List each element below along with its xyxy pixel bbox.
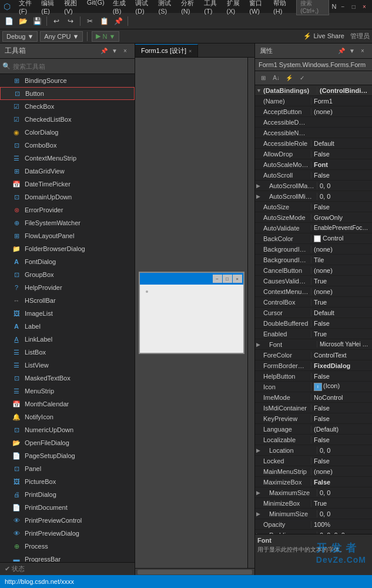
- form-maximize-button[interactable]: □: [223, 275, 232, 283]
- prop-row-backgroundimage[interactable]: BackgroundImage (none): [255, 244, 372, 255]
- tab-close-icon[interactable]: ×: [189, 48, 192, 54]
- toolbox-dropdown-button[interactable]: ▼: [110, 46, 119, 56]
- toolbox-item-fontdialog[interactable]: A FontDialog: [0, 255, 135, 268]
- toolbox-item-helpprovider[interactable]: ? HelpProvider: [0, 281, 135, 294]
- prop-group-databindings[interactable]: ▼ (DataBindings) (ControlBindings): [255, 85, 372, 96]
- prop-row-name[interactable]: (Name) Form1: [255, 96, 372, 106]
- properties-close-button[interactable]: ×: [358, 46, 367, 56]
- debug-config-dropdown[interactable]: Debug ▼: [2, 31, 38, 42]
- prop-row-autovalidate[interactable]: AutoValidate EnablePreventFocusCh: [255, 223, 372, 233]
- prop-row-autoscalemode[interactable]: AutoScaleMode Font: [255, 159, 372, 170]
- toolbox-item-checkbox[interactable]: ☑ CheckBox: [0, 100, 135, 113]
- toolbox-item-bindingsource[interactable]: ⊞ BindingSource: [0, 74, 135, 87]
- prop-row-accessiblename[interactable]: AccessibleName: [255, 128, 372, 138]
- new-file-button[interactable]: 📄: [2, 15, 15, 28]
- prop-row-cursor[interactable]: Cursor Default: [255, 308, 372, 318]
- maximize-button[interactable]: □: [350, 1, 358, 12]
- prop-row-cancelbutton[interactable]: CancelButton (none): [255, 265, 372, 276]
- toolbox-item-checkedlistbox[interactable]: ☑ CheckedListBox: [0, 113, 135, 126]
- undo-button[interactable]: ↩: [50, 15, 63, 28]
- menu-file[interactable]: 文件(F): [15, 0, 36, 16]
- prop-row-allowdrop[interactable]: AllowDrop False: [255, 149, 372, 159]
- vertical-scrollbar[interactable]: [247, 58, 254, 568]
- prop-events-button[interactable]: ✓: [296, 73, 308, 83]
- prop-properties-button[interactable]: ⚡: [283, 73, 295, 83]
- prop-row-autoscrollmargin[interactable]: ▶ AutoScrollMargin 0, 0: [255, 181, 372, 191]
- prop-row-autosizemode[interactable]: AutoSizeMode GrowOnly: [255, 212, 372, 223]
- live-share-button[interactable]: ⚡ Live Share: [300, 32, 348, 40]
- platform-dropdown[interactable]: Any CPU ▼: [40, 31, 83, 42]
- toolbox-item-errorprovider[interactable]: ⊗ ErrorProvider: [0, 203, 135, 216]
- toolbox-search-input[interactable]: [13, 63, 132, 70]
- menu-test[interactable]: 测试(S): [155, 0, 176, 16]
- paste-button[interactable]: 📌: [112, 15, 125, 28]
- menu-tools[interactable]: 工具(T): [200, 0, 222, 16]
- toolbox-item-imagelist[interactable]: 🖼 ImageList: [0, 307, 135, 320]
- toolbox-item-notifyicon[interactable]: 🔔 NotifyIcon: [0, 410, 135, 423]
- properties-dropdown-button[interactable]: ▼: [347, 46, 357, 56]
- prop-row-helpbutton[interactable]: HelpButton False: [255, 371, 372, 382]
- play-button[interactable]: ▶ N ▼: [92, 31, 119, 42]
- prop-row-minimizebox[interactable]: MinimizeBox True: [255, 498, 372, 509]
- prop-row-backcolor[interactable]: BackColor Control: [255, 233, 372, 244]
- toolbox-item-combobox[interactable]: ⊡ ComboBox: [0, 139, 135, 152]
- minimize-button[interactable]: −: [339, 1, 347, 12]
- toolbox-item-folderbrowserdialog[interactable]: 📁 FolderBrowserDialog: [0, 242, 135, 255]
- prop-row-forecolor[interactable]: ForeColor ControlText: [255, 350, 372, 360]
- menu-git[interactable]: Git(G): [83, 0, 108, 16]
- prop-row-autosize[interactable]: AutoSize False: [255, 202, 372, 212]
- toolbox-close-button[interactable]: ×: [120, 46, 130, 56]
- prop-row-language[interactable]: Language (Default): [255, 424, 372, 435]
- toolbox-item-printdocument[interactable]: 📄 PrintDocument: [0, 501, 135, 514]
- prop-alphabetical-button[interactable]: A↓: [270, 73, 282, 83]
- toolbox-item-process[interactable]: ⊕ Process: [0, 540, 135, 553]
- prop-row-localizable[interactable]: Localizable False: [255, 435, 372, 445]
- menu-view[interactable]: 视图(V): [61, 0, 82, 16]
- menu-extensions[interactable]: 扩展(X): [223, 0, 245, 16]
- prop-row-acceptbutton[interactable]: AcceptButton (none): [255, 106, 372, 117]
- prop-row-padding[interactable]: ▶ Padding 0, 0, 0, 0: [255, 530, 372, 534]
- toolbox-item-menustrip[interactable]: ☰ MenuStrip: [0, 385, 135, 397]
- search-box[interactable]: 搜索 (Ctrl+,): [296, 0, 329, 15]
- properties-pin-button[interactable]: 📌: [337, 46, 346, 56]
- toolbox-item-printdialog[interactable]: 🖨 PrintDialog: [0, 488, 135, 501]
- prop-row-maximizebox[interactable]: MaximizeBox False: [255, 477, 372, 487]
- prop-row-doublebuffered[interactable]: DoubleBuffered False: [255, 318, 372, 329]
- prop-row-font[interactable]: ▶ Font Microsoft YaHei UI, 9p: [255, 339, 372, 350]
- prop-row-contextmenustrip[interactable]: ContextMenuStrip (none): [255, 286, 372, 297]
- toolbox-item-contextmenustrip[interactable]: ☰ ContextMenuStrip: [0, 152, 135, 165]
- toolbox-item-hscrollbar[interactable]: ↔ HScrollBar: [0, 294, 135, 307]
- prop-row-backgroundimagelayout[interactable]: BackgroundImage Tile: [255, 255, 372, 265]
- toolbox-item-label[interactable]: A Label: [0, 320, 135, 333]
- cut-button[interactable]: ✂: [83, 15, 96, 28]
- toolbox-item-numericupdown[interactable]: ⊡ NumericUpDown: [0, 423, 135, 436]
- prop-row-imemode[interactable]: ImeMode NoControl: [255, 392, 372, 403]
- toolbox-item-pagesetupdialog[interactable]: 📄 PageSetupDialog: [0, 449, 135, 462]
- menu-window[interactable]: 窗口(W): [246, 0, 269, 16]
- prop-row-locked[interactable]: Locked False: [255, 456, 372, 466]
- toolbox-item-linklabel[interactable]: A LinkLabel: [0, 333, 135, 346]
- toolbox-item-button[interactable]: ⊡ Button: [0, 87, 135, 100]
- prop-row-maximumsize[interactable]: ▶ MaximumSize 0, 0: [255, 487, 372, 498]
- prop-row-formborderstyle[interactable]: FormBorderStyle FixedDialog: [255, 360, 372, 371]
- toolbox-item-printpreviewcontrol[interactable]: 👁 PrintPreviewControl: [0, 514, 135, 527]
- prop-row-accessiblerole[interactable]: AccessibleRole Default: [255, 138, 372, 149]
- prop-row-keypreview[interactable]: KeyPreview False: [255, 413, 372, 424]
- prop-row-mainmenustrip[interactable]: MainMenuStrip (none): [255, 466, 372, 477]
- prop-row-autoscroll[interactable]: AutoScroll False: [255, 170, 372, 181]
- menu-analyze[interactable]: 分析(N): [177, 0, 199, 16]
- form-close-button[interactable]: ×: [233, 275, 242, 283]
- prop-row-opacity[interactable]: Opacity 100%: [255, 519, 372, 530]
- redo-button[interactable]: ↪: [64, 15, 77, 28]
- toolbox-item-listview[interactable]: ☰ ListView: [0, 359, 135, 372]
- prop-row-controlbox[interactable]: ControlBox True: [255, 297, 372, 308]
- toolbox-item-colordialog[interactable]: ◉ ColorDialog: [0, 126, 135, 139]
- toolbox-item-monthcalendar[interactable]: 📅 MonthCalendar: [0, 397, 135, 410]
- toolbox-item-maskedtextbox[interactable]: ⊡ MaskedTextBox: [0, 372, 135, 385]
- toolbox-item-groupbox[interactable]: ⊡ GroupBox: [0, 268, 135, 281]
- prop-row-enabled[interactable]: Enabled True: [255, 329, 372, 339]
- toolbox-item-datetimepicker[interactable]: 📅 DateTimePicker: [0, 178, 135, 191]
- form-minimize-button[interactable]: −: [213, 275, 222, 283]
- open-button[interactable]: 📂: [16, 15, 29, 28]
- prop-row-accessibledescription[interactable]: AccessibleDescrip: [255, 117, 372, 128]
